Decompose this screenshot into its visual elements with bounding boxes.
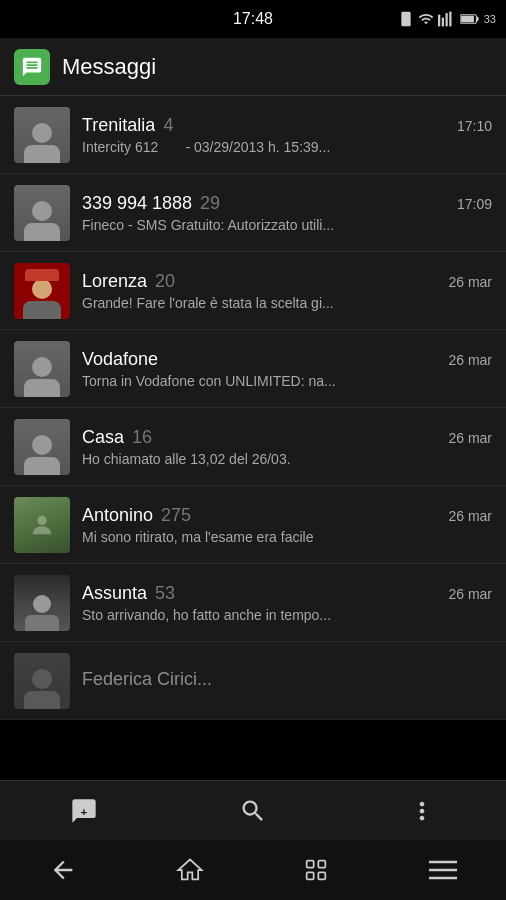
recents-button[interactable] [286,845,346,895]
message-preview: Mi sono ritirato, ma l'esame era facile [82,529,492,545]
svg-rect-5 [461,16,474,22]
sender-name: Casa [82,427,124,448]
message-content: Casa 16 26 mar Ho chiamato alle 13,02 de… [82,427,492,467]
message-preview: Intercity 612 - 03/29/2013 h. 15:39... [82,139,492,155]
message-preview: Grande! Fare l'orale è stata la scelta g… [82,295,492,311]
status-bar: 17:48 33 [0,0,506,38]
message-count: 53 [155,583,175,604]
message-header: Antonino 275 26 mar [82,505,492,526]
message-time: 26 mar [448,274,492,290]
sender-row: Trenitalia 4 [82,115,449,136]
message-time: 26 mar [448,508,492,524]
sender-name: Assunta [82,583,147,604]
svg-text:+: + [81,804,88,817]
message-content: Assunta 53 26 mar Sto arrivando, ho fatt… [82,583,492,623]
message-header: Vodafone 26 mar [82,349,492,370]
message-content: Vodafone 26 mar Torna in Vodafone con UN… [82,349,492,389]
app-icon [14,49,50,85]
home-button[interactable] [160,845,220,895]
message-list: Trenitalia 4 17:10 Intercity 612 - 03/29… [0,96,506,720]
sender-name: Trenitalia [82,115,155,136]
message-content: Lorenza 20 26 mar Grande! Fare l'orale è… [82,271,492,311]
message-header: Lorenza 20 26 mar [82,271,492,292]
sender-row: Casa 16 [82,427,440,448]
sender-row: Assunta 53 [82,583,440,604]
avatar [14,185,70,241]
status-time: 17:48 [233,10,273,28]
message-preview: Torna in Vodafone con UNLIMITED: na... [82,373,492,389]
sender-row: Vodafone [82,349,440,370]
message-count: 20 [155,271,175,292]
menu-button[interactable] [413,845,473,895]
message-count: 275 [161,505,191,526]
list-item[interactable]: Federica Cirici... [0,642,506,720]
sender-row: Antonino 275 [82,505,440,526]
message-preview: Sto arrivando, ho fatto anche in tempo..… [82,607,492,623]
bottom-toolbar: + [0,780,506,840]
message-preview: Ho chiamato alle 13,02 del 26/03. [82,451,492,467]
avatar [14,341,70,397]
back-button[interactable] [33,845,93,895]
sender-name: Vodafone [82,349,158,370]
message-header: Casa 16 26 mar [82,427,492,448]
message-count: 16 [132,427,152,448]
message-header: Assunta 53 26 mar [82,583,492,604]
avatar [14,575,70,631]
sender-row: 339 994 1888 29 [82,193,449,214]
message-time: 26 mar [448,352,492,368]
more-options-button[interactable] [397,786,447,836]
compose-button[interactable]: + [59,786,109,836]
sender-name: Lorenza [82,271,147,292]
sender-name: Antonino [82,505,153,526]
status-icons: 33 [398,11,496,27]
message-preview: Fineco - SMS Gratuito: Autorizzato utili… [82,217,492,233]
svg-rect-9 [307,861,314,868]
avatar [14,107,70,163]
list-item[interactable]: Trenitalia 4 17:10 Intercity 612 - 03/29… [0,96,506,174]
sender-name: 339 994 1888 [82,193,192,214]
svg-point-7 [37,515,46,524]
message-content: 339 994 1888 29 17:09 Fineco - SMS Gratu… [82,193,492,233]
avatar [14,653,70,709]
list-item[interactable]: 339 994 1888 29 17:09 Fineco - SMS Gratu… [0,174,506,252]
svg-rect-10 [319,861,326,868]
message-time: 26 mar [448,430,492,446]
list-item[interactable]: Assunta 53 26 mar Sto arrivando, ho fatt… [0,564,506,642]
avatar [14,497,70,553]
svg-rect-6 [476,17,478,21]
message-content: Trenitalia 4 17:10 Intercity 612 - 03/29… [82,115,492,155]
message-time: 26 mar [448,586,492,602]
message-header: Federica Cirici... [82,669,492,690]
message-time: 17:09 [457,196,492,212]
list-item[interactable]: Vodafone 26 mar Torna in Vodafone con UN… [0,330,506,408]
svg-rect-2 [445,13,447,27]
nav-bar [0,840,506,900]
avatar [14,419,70,475]
battery-percent: 33 [484,13,496,25]
message-time: 17:10 [457,118,492,134]
svg-rect-1 [442,18,444,27]
app-bar: Messaggi [0,38,506,96]
app-title: Messaggi [62,54,156,80]
message-count: 4 [163,115,173,136]
message-count: 29 [200,193,220,214]
svg-rect-0 [438,15,440,27]
message-header: Trenitalia 4 17:10 [82,115,492,136]
message-content: Federica Cirici... [82,669,492,693]
sender-row: Lorenza 20 [82,271,440,292]
list-item[interactable]: Casa 16 26 mar Ho chiamato alle 13,02 de… [0,408,506,486]
message-content: Antonino 275 26 mar Mi sono ritirato, ma… [82,505,492,545]
message-header: 339 994 1888 29 17:09 [82,193,492,214]
sender-name: Federica Cirici... [82,669,212,690]
list-item[interactable]: Lorenza 20 26 mar Grande! Fare l'orale è… [0,252,506,330]
svg-rect-11 [307,872,314,879]
avatar [14,263,70,319]
list-item[interactable]: Antonino 275 26 mar Mi sono ritirato, ma… [0,486,506,564]
svg-rect-12 [319,872,326,879]
svg-rect-3 [449,12,451,27]
search-button[interactable] [228,786,278,836]
